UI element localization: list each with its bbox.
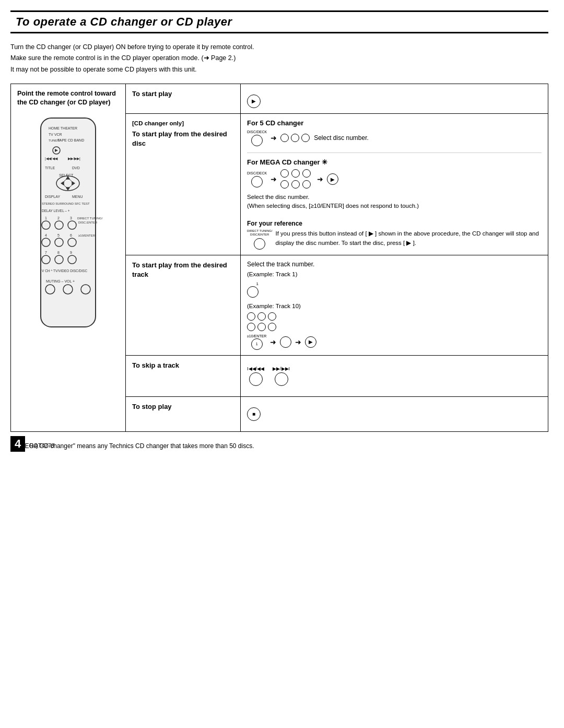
intro-line-3: It may not be possible to operate some C…	[10, 64, 548, 75]
illus-start-disc: For 5 CD changer DISC/DECK ➜	[241, 113, 548, 255]
five-cd-header: For 5 CD changer	[247, 119, 542, 127]
mega-cd-header: For MEGA CD changer ✳	[247, 158, 542, 166]
action-cell-skip: To skip a track	[126, 355, 241, 396]
svg-text:MUTING  –  VOL  +: MUTING – VOL +	[46, 279, 75, 283]
rew-label: I◀◀/◀◀	[247, 366, 264, 371]
illus-skip: I◀◀/◀◀ ▶▶/▶▶I	[241, 355, 548, 396]
illus-start-track: Select the track number. (Example: Track…	[241, 255, 548, 355]
svg-text:DIRECT TUNING/: DIRECT TUNING/	[77, 217, 103, 220]
svg-text:V  CH  ^   TV/VIDEO  DISC/DISC: V CH ^ TV/VIDEO DISC/DISC	[42, 269, 87, 273]
svg-text:8: 8	[57, 251, 60, 254]
svg-text:≥10/ENTER: ≥10/ENTER	[78, 234, 96, 237]
illus-start-play: ▶	[241, 84, 548, 113]
action-label-start-play: To start play	[132, 89, 234, 99]
svg-text:5: 5	[57, 233, 60, 237]
svg-text:TV      VCR: TV VCR	[49, 133, 62, 136]
svg-text:MENU: MENU	[72, 195, 83, 198]
reference-section: For your reference DIRECT TUNING/DISC/EN…	[247, 216, 542, 249]
intro-line-1: Turn the CD changer (or CD player) ON be…	[10, 42, 548, 53]
action-cell-start-disc: [CD changer only] To start play from the…	[126, 113, 241, 255]
main-table: Point the remote control toward the CD c…	[10, 84, 548, 432]
ff-label: ▶▶/▶▶I	[273, 366, 290, 371]
table-header-row: Point the remote control toward the CD c…	[11, 84, 548, 113]
action-cell-start-track: To start play from the desired track	[126, 255, 241, 355]
svg-text:DVD: DVD	[72, 166, 80, 170]
svg-text:7: 7	[45, 251, 47, 254]
page-container: To operate a CD changer or CD player Tur…	[0, 0, 564, 460]
svg-text:2: 2	[57, 216, 60, 220]
svg-text:DELAY  LEVEL  –    +: DELAY LEVEL – +	[42, 209, 70, 213]
page-title: To operate a CD changer or CD player	[10, 10, 548, 33]
remote-illustration: HOME THEATER TV VCR TUNER/ TAPE CD BAND …	[17, 113, 119, 332]
intro-text: Turn the CD changer (or CD player) ON be…	[10, 42, 548, 75]
footnote: ✳ "MEGA CD changer" means any Technics C…	[10, 442, 548, 450]
model-number: RQT4778	[29, 442, 54, 449]
svg-text:TAPE    CD    BAND: TAPE CD BAND	[57, 138, 84, 142]
svg-text:|◀◀/◀◀: |◀◀/◀◀	[45, 157, 58, 161]
svg-text:4: 4	[45, 233, 47, 237]
reference-text: If you press this button instead of [ ▶ …	[275, 229, 542, 248]
page-number: 4	[10, 436, 25, 452]
action-label-skip: To skip a track	[132, 361, 234, 370]
intro-line-2: Make sure the remote control is in the C…	[10, 53, 548, 64]
svg-text:▶▶/▶▶|: ▶▶/▶▶|	[68, 157, 80, 161]
svg-text:6: 6	[70, 233, 72, 237]
svg-text:9: 9	[70, 251, 72, 254]
remote-column-header: Point the remote control toward the CD c…	[17, 89, 119, 108]
action-cell-stop: To stop play	[126, 396, 241, 431]
svg-text:HOME THEATER: HOME THEATER	[49, 126, 77, 130]
svg-text:TITLE: TITLE	[45, 166, 55, 170]
mega-cd-note1: Select the disc number. (When selecting …	[247, 193, 542, 211]
svg-text:1: 1	[45, 216, 47, 220]
svg-text:DISPLAY: DISPLAY	[45, 195, 60, 198]
svg-text:3: 3	[70, 216, 72, 220]
five-cd-illustration: DISC/DECK ➜ Select disc number.	[247, 130, 542, 146]
action-cell-start-play: To start play	[126, 84, 241, 113]
action-label-start-disc: [CD changer only] To start play from the…	[132, 119, 234, 148]
action-label-start-track: To start play from the desired track	[132, 261, 234, 279]
svg-text:DISC.ENTER: DISC.ENTER	[78, 221, 98, 224]
action-label-stop: To stop play	[132, 402, 234, 412]
svg-text:STEREO SURROUND  SFC  TEST: STEREO SURROUND SFC TEST	[42, 202, 90, 205]
remote-control-column: Point the remote control toward the CD c…	[11, 84, 126, 431]
illus-stop: ■	[241, 396, 548, 431]
